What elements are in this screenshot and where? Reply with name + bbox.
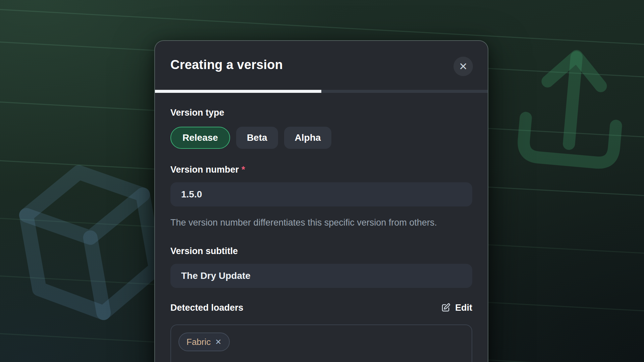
loader-chip-label: Fabric (186, 337, 211, 347)
dialog-body: Version type Release Beta Alpha Version … (155, 93, 488, 362)
version-type-alpha-button[interactable]: Alpha (284, 127, 332, 149)
version-type-options: Release Beta Alpha (170, 127, 472, 149)
version-type-label: Version type (170, 108, 472, 118)
version-subtitle-input[interactable] (170, 264, 472, 288)
version-number-input[interactable] (170, 182, 472, 206)
required-asterisk: * (241, 165, 245, 175)
version-type-release-button[interactable]: Release (170, 127, 230, 149)
loader-chip-fabric: Fabric ✕ (178, 333, 230, 351)
version-subtitle-label: Version subtitle (170, 246, 472, 256)
detected-loaders-box: Fabric ✕ (170, 324, 472, 362)
dialog-title: Creating a version (170, 58, 472, 72)
detected-loaders-row: Detected loaders Edit (170, 303, 472, 313)
detected-loaders-label: Detected loaders (170, 303, 244, 313)
close-icon: ✕ (459, 61, 468, 72)
progress-fill (155, 90, 321, 93)
creating-version-dialog: Creating a version ✕ Version type Releas… (154, 40, 488, 362)
edit-label: Edit (455, 303, 472, 313)
version-number-help: The version number differentiates this s… (170, 215, 460, 230)
progress-track (155, 90, 488, 93)
version-number-label: Version number* (170, 165, 472, 175)
edit-loaders-button[interactable]: Edit (440, 303, 472, 313)
dialog-header: Creating a version ✕ (155, 41, 488, 90)
close-button[interactable]: ✕ (453, 57, 473, 76)
remove-loader-icon[interactable]: ✕ (215, 338, 221, 346)
edit-pencil-icon (440, 303, 451, 313)
version-type-beta-button[interactable]: Beta (236, 127, 278, 149)
